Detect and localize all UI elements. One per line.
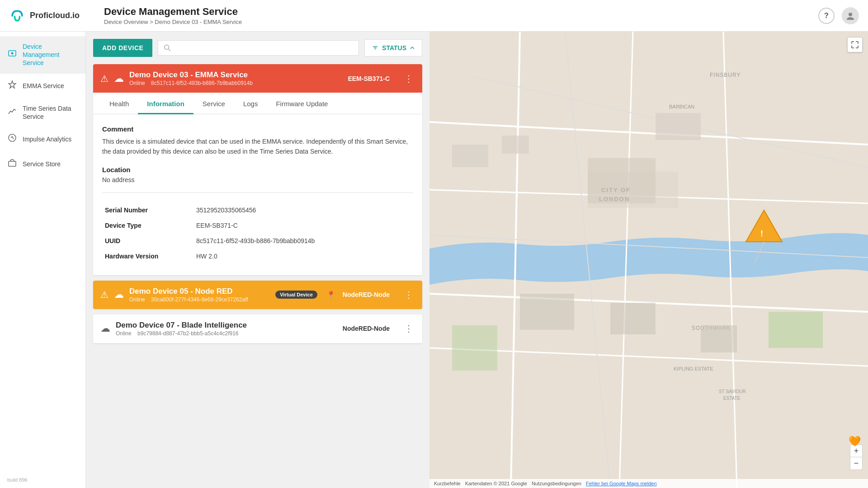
help-button[interactable]: ? (818, 8, 835, 24)
device-menu-button-07[interactable]: ⋮ (402, 322, 415, 335)
hardware-version-value: HW 2.0 (194, 249, 412, 263)
table-row-hardware: Hardware Version HW 2.0 (103, 249, 412, 263)
header-title-area: Device Management Service Device Overvie… (95, 6, 818, 25)
sidebar: Device Management Service EMMA Service T… (0, 32, 86, 488)
device-card-03: ⚠ ☁ Demo Device 03 - EMMA Service Online… (93, 64, 422, 275)
cloud-icon-05: ☁ (114, 289, 124, 300)
build-version: build 896 (7, 477, 28, 483)
device-type-03: EEM-SB371-C (348, 75, 390, 82)
device-menu-button-05[interactable]: ⋮ (402, 288, 415, 301)
user-avatar-button[interactable] (842, 7, 859, 24)
chevron-up-icon (410, 46, 415, 50)
device-info-05: Demo Device 05 - Node RED Online 30ca800… (129, 287, 270, 303)
map-data-credit: Kartendaten © 2021 Google (465, 481, 527, 486)
location-value: No address (102, 176, 413, 183)
device-type-label: Device Type (103, 218, 193, 233)
svg-point-4 (9, 134, 16, 141)
tab-firmware-update[interactable]: Firmware Update (267, 93, 337, 114)
sidebar-item-time-series[interactable]: Time Series Data Service (0, 98, 85, 127)
tab-service[interactable]: Service (193, 93, 234, 114)
map-expand-button[interactable] (847, 37, 863, 52)
map-attribution: Kurzbefehle Kartendaten © 2021 Google Nu… (429, 479, 868, 488)
hardware-version-label: Hardware Version (103, 249, 193, 263)
svg-text:BARBICAN: BARBICAN (669, 104, 694, 109)
add-device-button[interactable]: ADD DEVICE (93, 39, 152, 57)
svg-rect-32 (502, 136, 529, 154)
status-filter-button[interactable]: STATUS (364, 39, 422, 56)
virtual-badge-05: Virtual Device (275, 291, 317, 299)
tab-logs[interactable]: Logs (234, 93, 267, 114)
device-card-07: ☁ Demo Device 07 - Blade Intelligence On… (93, 314, 422, 343)
top-header: Proficloud.io Device Management Service … (0, 0, 868, 32)
svg-text:KIPLING ESTATE: KIPLING ESTATE (674, 366, 713, 371)
sidebar-item-impulse[interactable]: Impulse Analytics (0, 127, 85, 151)
device-info-content-03: Comment This device is a simulated devic… (93, 114, 422, 275)
svg-text:!: ! (760, 229, 763, 238)
alert-icon-05: ⚠ (100, 289, 108, 300)
store-icon (7, 158, 17, 170)
device-uuid-07: b9c79884-d887-47b2-bbb5-a5c4c4c2f916 (137, 330, 239, 337)
logo-area: Proficloud.io (9, 8, 95, 24)
page-title: Device Management Service (104, 6, 818, 18)
svg-marker-3 (9, 81, 16, 88)
svg-rect-37 (701, 325, 737, 352)
tab-information[interactable]: Information (138, 93, 193, 114)
filter-icon (372, 45, 378, 51)
device-uuid-05: 30ca800f-277f-4346-8e68-29ce37262aff (151, 296, 248, 303)
device-name-03: Demo Device 03 - EMMA Service (129, 70, 342, 80)
device-details-table: Serial Number 35129520335065456 Device T… (102, 202, 413, 264)
svg-line-7 (169, 49, 171, 52)
toolbar: ADD DEVICE STATUS (93, 39, 422, 57)
device-name-05: Demo Device 05 - Node RED (129, 287, 270, 296)
device-info-03: Demo Device 03 - EMMA Service Online 8c5… (129, 70, 342, 86)
alert-icon: ⚠ (100, 73, 108, 84)
search-input[interactable] (175, 44, 353, 52)
sidebar-item-store[interactable]: Service Store (0, 152, 85, 176)
svg-rect-34 (588, 158, 656, 203)
table-row-serial: Serial Number 35129520335065456 (103, 203, 412, 217)
sidebar-item-device-management[interactable]: Device Management Service (0, 36, 85, 74)
sidebar-item-label-time-series: Time Series Data Service (23, 104, 78, 121)
device-status-05: Online 30ca800f-277f-4346-8e68-29ce37262… (129, 296, 270, 303)
location-title: Location (102, 166, 413, 174)
svg-text:FINSBURY: FINSBURY (710, 72, 741, 78)
breadcrumb: Device Overview > Demo Device 03 - EMMA … (104, 19, 818, 25)
device-status-03: Online 8c517c11-6f52-493b-b886-7b9babb09… (129, 80, 342, 86)
svg-text:ESTATE: ESTATE (723, 396, 741, 401)
map-zoom-out-button[interactable]: − (850, 457, 863, 470)
map-controls-top-right (847, 37, 863, 52)
map-area: CITY OF LONDON FINSBURY BARBICAN SOUTHWA… (429, 32, 868, 488)
tab-health[interactable]: Health (100, 93, 138, 114)
main-layout: Device Management Service EMMA Service T… (0, 32, 868, 488)
device-type-05: NodeRED-Node (343, 291, 390, 298)
map-report-error[interactable]: Fehler bei Google Maps melden (586, 481, 657, 486)
device-card-05-header: ⚠ ☁ Demo Device 05 - Node RED Online 30c… (93, 281, 422, 309)
svg-point-0 (849, 13, 852, 16)
sidebar-item-label-impulse: Impulse Analytics (23, 135, 71, 143)
device-uuid-03: 8c517c11-6f52-493b-b886-7b9babb0914b (151, 80, 253, 86)
device-menu-button-03[interactable]: ⋮ (402, 72, 415, 85)
comment-text: This device is a simulated device that c… (102, 136, 413, 157)
device-status-07: Online b9c79884-d887-47b2-bbb5-a5c4c4c2f… (116, 330, 337, 337)
location-icon-05[interactable]: 📍 (326, 291, 335, 299)
status-label: STATUS (382, 44, 406, 52)
sidebar-item-emma[interactable]: EMMA Service (0, 74, 85, 98)
cloud-icon-03: ☁ (114, 73, 124, 84)
svg-rect-33 (656, 113, 701, 140)
time-series-icon (7, 107, 17, 118)
sidebar-item-label-device-management: Device Management Service (23, 42, 78, 67)
search-icon (164, 44, 171, 52)
map-street-view-person[interactable]: 🧡 (849, 436, 861, 447)
svg-rect-31 (452, 145, 488, 167)
map-shortcuts: Kurzbefehle (434, 481, 461, 486)
uuid-value: 8c517c11-6f52-493b-b886-7b9babb0914b (194, 234, 412, 248)
serial-number-value: 35129520335065456 (194, 203, 412, 217)
svg-rect-35 (520, 294, 574, 330)
sidebar-footer: build 896 (0, 472, 85, 488)
emma-icon (7, 80, 17, 92)
svg-rect-36 (610, 303, 656, 334)
uuid-label: UUID (103, 234, 193, 248)
sidebar-item-label-emma: EMMA Service (23, 82, 64, 90)
device-management-icon (7, 49, 17, 61)
header-right: ? (818, 7, 859, 24)
